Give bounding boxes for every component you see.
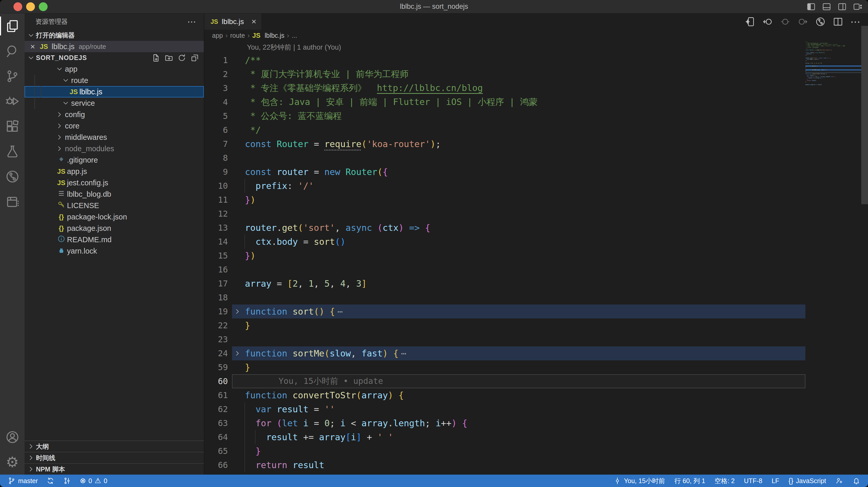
code-line-5[interactable]: 5 * 公众号: 蓝不蓝编程 bbox=[204, 109, 868, 123]
previous-change-icon[interactable] bbox=[763, 17, 773, 27]
layout-customize-icon[interactable] bbox=[853, 2, 862, 11]
tree-item-middlewares[interactable]: middlewares bbox=[25, 132, 204, 143]
fold-chevron-icon[interactable] bbox=[230, 307, 245, 315]
close-icon[interactable]: × bbox=[30, 42, 35, 52]
minimap[interactable]: /** * 厦门大学计算机专业 | 前华为工程师 * 专注《零基础学编程系列》 … bbox=[805, 41, 861, 85]
window-controls[interactable] bbox=[13, 2, 48, 11]
current-change-icon[interactable] bbox=[780, 17, 790, 27]
code-line-60[interactable]: 60You, 15小时前 • update bbox=[204, 374, 868, 388]
open-editors-header[interactable]: 打开的编辑器 bbox=[25, 30, 204, 41]
code-line-3[interactable]: 3 * 专注《零基础学编程系列》 http://lblbc.cn/blog bbox=[204, 81, 868, 95]
tree-item-LICENSE[interactable]: LICENSE bbox=[25, 200, 204, 211]
more-actions-icon[interactable]: ⋯ bbox=[187, 17, 196, 27]
maximize-window-button[interactable] bbox=[39, 2, 48, 11]
code-line-16[interactable]: 16 bbox=[204, 263, 868, 277]
code-line-65[interactable]: 65 } bbox=[204, 444, 868, 458]
more-actions-icon[interactable]: ⋯ bbox=[850, 16, 861, 27]
activity-settings[interactable]: ⚙ bbox=[0, 450, 25, 475]
tree-item-service[interactable]: service bbox=[25, 97, 204, 109]
tree-item-README.md[interactable]: README.md bbox=[25, 234, 204, 245]
close-window-button[interactable] bbox=[13, 2, 22, 11]
code-line-9[interactable]: 9const router = new Router({ bbox=[204, 165, 868, 179]
problems-indicator[interactable]: ⊗0⚠0 bbox=[80, 477, 107, 485]
fold-chevron-icon[interactable] bbox=[230, 350, 245, 357]
gitlens-graph-icon[interactable] bbox=[815, 17, 826, 27]
vertical-scrollbar[interactable] bbox=[861, 26, 868, 204]
open-editor-item[interactable]: ×JSlblbc.jsapp/route bbox=[25, 41, 204, 52]
encoding[interactable]: UTF-8 bbox=[744, 477, 763, 485]
code-line-19[interactable]: 19function sort() {⋯ bbox=[204, 304, 868, 319]
activity-testing[interactable] bbox=[0, 139, 25, 164]
minimize-window-button[interactable] bbox=[26, 2, 35, 11]
new-folder-icon[interactable] bbox=[164, 54, 173, 62]
breadcrumb-item[interactable]: lblbc.js bbox=[265, 32, 284, 39]
tree-item-app.js[interactable]: JSapp.js bbox=[25, 166, 204, 177]
activity-package[interactable] bbox=[0, 189, 25, 214]
tree-item-package.json[interactable]: {}package.json bbox=[25, 223, 204, 234]
tree-item-lblbc.js[interactable]: JSlblbc.js bbox=[25, 86, 204, 97]
tree-item-lblbc_blog.db[interactable]: lblbc_blog.db bbox=[25, 189, 204, 200]
code-line-8[interactable]: 8 bbox=[204, 151, 868, 165]
tab-lblbc-js[interactable]: JS lblbc.js × bbox=[204, 13, 262, 30]
section-时间线[interactable]: 时间线 bbox=[25, 452, 204, 463]
layout-sidebar-left-icon[interactable] bbox=[806, 2, 816, 11]
project-section-header[interactable]: SORT_NODEJS bbox=[25, 52, 204, 63]
code-line-2[interactable]: 2 * 厦门大学计算机专业 | 前华为工程师 bbox=[204, 67, 868, 81]
eol[interactable]: LF bbox=[772, 477, 779, 485]
code-line-7[interactable]: 7const Router = require('koa-router'); bbox=[204, 137, 868, 151]
activity-search[interactable] bbox=[0, 38, 25, 64]
code-line-63[interactable]: 63 for (let i = 0; i < array.length; i++… bbox=[204, 416, 868, 430]
tree-item-package-lock.json[interactable]: {}package-lock.json bbox=[25, 211, 204, 223]
code-editor[interactable]: You, 22秒钟前 | 1 author (You) 1/**2 * 厦门大学… bbox=[204, 41, 868, 475]
breadcrumb-item[interactable]: app bbox=[212, 32, 223, 39]
tree-item-yarn.lock[interactable]: yarn.lock bbox=[25, 245, 204, 257]
tree-item-config[interactable]: config bbox=[25, 109, 204, 120]
tree-item-.gitignore[interactable]: .gitignore bbox=[25, 154, 204, 166]
collapse-all-icon[interactable] bbox=[190, 54, 199, 62]
activity-gitlens[interactable] bbox=[0, 164, 25, 189]
code-line-62[interactable]: 62 var result = '' bbox=[204, 402, 868, 416]
code-line-15[interactable]: 15}) bbox=[204, 249, 868, 263]
next-change-icon[interactable] bbox=[798, 17, 808, 27]
code-line-4[interactable]: 4 * 包含: Java | 安卓 | 前端 | Flutter | iOS |… bbox=[204, 95, 868, 109]
folded-code-ellipsis[interactable]: ⋯ bbox=[338, 306, 342, 317]
code-line-66[interactable]: 66 return result bbox=[204, 458, 868, 472]
section-NPM 脚本[interactable]: NPM 脚本 bbox=[25, 463, 204, 475]
refresh-icon[interactable] bbox=[178, 54, 186, 62]
tree-item-node_modules[interactable]: node_modules bbox=[25, 143, 204, 154]
new-file-icon[interactable] bbox=[152, 54, 160, 62]
code-line-24[interactable]: 24function sortMe(slow, fast) {⋯ bbox=[204, 346, 868, 360]
device-gear-icon[interactable] bbox=[745, 17, 755, 27]
split-editor-icon[interactable] bbox=[833, 17, 843, 27]
code-line-11[interactable]: 11}) bbox=[204, 193, 868, 207]
tree-item-jest.config.js[interactable]: JSjest.config.js bbox=[25, 177, 204, 189]
code-line-6[interactable]: 6 */ bbox=[204, 123, 868, 137]
compare-button[interactable] bbox=[63, 477, 71, 485]
notifications-bell[interactable] bbox=[852, 477, 860, 485]
code-line-22[interactable]: 22} bbox=[204, 319, 868, 332]
indentation[interactable]: 空格: 2 bbox=[715, 477, 735, 485]
tree-item-route[interactable]: route bbox=[25, 75, 204, 86]
feedback-button[interactable] bbox=[835, 477, 843, 485]
authors-codelens[interactable]: You, 22秒钟前 | 1 author (You) bbox=[204, 41, 868, 53]
code-line-1[interactable]: 1/** bbox=[204, 53, 868, 67]
activity-run-debug[interactable] bbox=[0, 89, 25, 114]
sync-button[interactable] bbox=[46, 477, 54, 485]
code-line-23[interactable]: 23 bbox=[204, 332, 868, 346]
tree-item-core[interactable]: core bbox=[25, 120, 204, 132]
activity-source-control[interactable] bbox=[0, 64, 25, 89]
breadcrumb-item[interactable]: ... bbox=[292, 32, 297, 39]
activity-account[interactable] bbox=[0, 424, 25, 450]
layout-sidebar-right-icon[interactable] bbox=[837, 2, 847, 11]
code-line-17[interactable]: 17array = [2, 1, 5, 4, 3] bbox=[204, 277, 868, 291]
code-line-59[interactable]: 59} bbox=[204, 360, 868, 374]
code-line-14[interactable]: 14 ctx.body = sort() bbox=[204, 235, 868, 249]
code-line-64[interactable]: 64 result += array[i] + ' ' bbox=[204, 430, 868, 444]
code-line-13[interactable]: 13router.get('sort', async (ctx) => { bbox=[204, 221, 868, 235]
breadcrumb-item[interactable]: route bbox=[230, 32, 245, 39]
folded-code-ellipsis[interactable]: ⋯ bbox=[401, 348, 405, 359]
section-大纲[interactable]: 大纲 bbox=[25, 441, 204, 452]
layout-panel-icon[interactable] bbox=[822, 2, 831, 11]
code-line-18[interactable]: 18 bbox=[204, 291, 868, 304]
activity-extensions[interactable] bbox=[0, 114, 25, 139]
